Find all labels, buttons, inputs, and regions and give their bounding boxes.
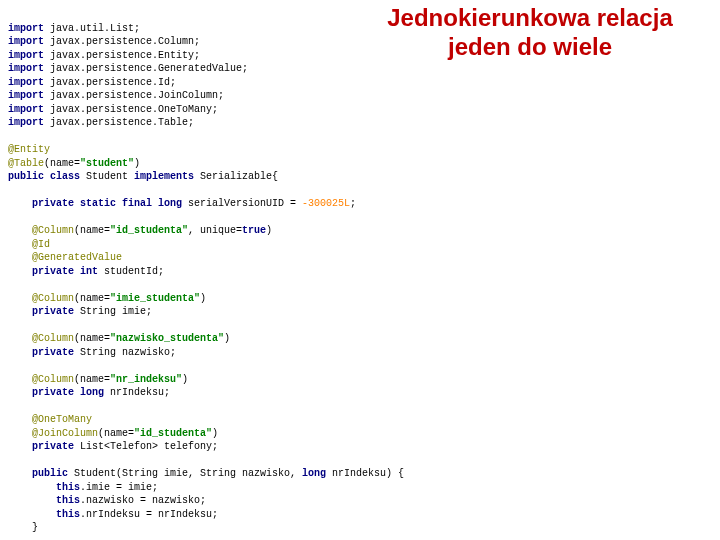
- code-text: (name=: [44, 158, 80, 169]
- code-text: nrIndeksu;: [104, 387, 170, 398]
- kw-import: import: [8, 90, 44, 101]
- code-text: String nazwisko;: [74, 347, 176, 358]
- import-text: javax.persistence.Entity;: [44, 50, 200, 61]
- ann-column: @Column: [32, 374, 74, 385]
- str: "id_studenta": [134, 428, 212, 439]
- code-text: (name=: [74, 225, 110, 236]
- kw-import: import: [8, 23, 44, 34]
- str: "nazwisko_studenta": [110, 333, 224, 344]
- import-text: javax.persistence.JoinColumn;: [44, 90, 224, 101]
- code-text: ): [212, 428, 218, 439]
- kw: long: [302, 468, 326, 479]
- str: "id_studenta": [110, 225, 188, 236]
- code-text: (name=: [74, 293, 110, 304]
- str: "nr_indeksu": [110, 374, 182, 385]
- import-text: javax.persistence.OneToMany;: [44, 104, 218, 115]
- title-line-1: Jednokierunkowa relacja: [387, 4, 672, 31]
- code-text: ): [134, 158, 140, 169]
- import-text: javax.persistence.GeneratedValue;: [44, 63, 248, 74]
- ann-entity: @Entity: [8, 144, 50, 155]
- kw-import: import: [8, 77, 44, 88]
- kw-import: import: [8, 104, 44, 115]
- kw: true: [242, 225, 266, 236]
- kw: private: [32, 347, 74, 358]
- code-text: Student(String imie, String nazwisko,: [68, 468, 302, 479]
- import-text: javax.persistence.Column;: [44, 36, 200, 47]
- ann-column: @Column: [32, 293, 74, 304]
- code-text: ;: [350, 198, 356, 209]
- code-text: }: [32, 522, 38, 533]
- code-text: List<Telefon> telefony;: [74, 441, 218, 452]
- kw: public: [32, 468, 68, 479]
- import-text: java.util.List;: [44, 23, 140, 34]
- ann-generatedvalue: @GeneratedValue: [32, 252, 122, 263]
- title-line-2: jeden do wiele: [448, 33, 612, 60]
- import-text: javax.persistence.Table;: [44, 117, 194, 128]
- code-text: String imie;: [74, 306, 152, 317]
- code-text: ): [224, 333, 230, 344]
- kw: implements: [134, 171, 194, 182]
- kw: private int: [32, 266, 98, 277]
- ann-table: @Table: [8, 158, 44, 169]
- code-text: .nazwisko = nazwisko;: [80, 495, 206, 506]
- kw: this: [56, 495, 80, 506]
- code-text: .nrIndeksu = nrIndeksu;: [80, 509, 218, 520]
- import-text: javax.persistence.Id;: [44, 77, 176, 88]
- ann-column: @Column: [32, 225, 74, 236]
- code-text: (name=: [74, 333, 110, 344]
- slide-title: Jednokierunkowa relacja jeden do wiele: [360, 4, 700, 62]
- kw-import: import: [8, 50, 44, 61]
- code-text: Serializable{: [194, 171, 278, 182]
- kw: private: [32, 306, 74, 317]
- kw: public class: [8, 171, 80, 182]
- kw: private: [32, 441, 74, 452]
- code-text: (name=: [74, 374, 110, 385]
- code-text: , unique=: [188, 225, 242, 236]
- num: -300025L: [302, 198, 350, 209]
- code-text: serialVersionUID =: [182, 198, 302, 209]
- code-text: .imie = imie;: [80, 482, 158, 493]
- kw: this: [56, 509, 80, 520]
- kw-import: import: [8, 36, 44, 47]
- ann-joincolumn: @JoinColumn: [32, 428, 98, 439]
- code-text: ): [182, 374, 188, 385]
- kw: private long: [32, 387, 104, 398]
- code-text: ): [266, 225, 272, 236]
- str: "imie_studenta": [110, 293, 200, 304]
- kw: private static final long: [32, 198, 182, 209]
- str: "student": [80, 158, 134, 169]
- code-text: (name=: [98, 428, 134, 439]
- ann-id: @Id: [32, 239, 50, 250]
- ann-onetomany: @OneToMany: [32, 414, 92, 425]
- kw: this: [56, 482, 80, 493]
- code-text: Student: [80, 171, 134, 182]
- ann-column: @Column: [32, 333, 74, 344]
- code-text: nrIndeksu) {: [326, 468, 404, 479]
- code-text: ): [200, 293, 206, 304]
- code-text: studentId;: [98, 266, 164, 277]
- kw-import: import: [8, 117, 44, 128]
- code-block: import java.util.List; import javax.pers…: [0, 0, 720, 540]
- kw-import: import: [8, 63, 44, 74]
